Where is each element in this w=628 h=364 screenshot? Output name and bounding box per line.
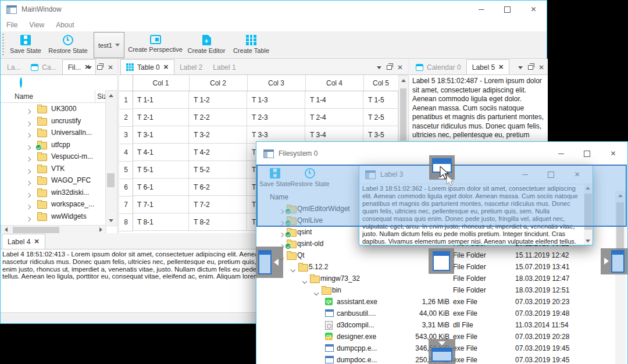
table-cell[interactable]: T 1-5 — [363, 91, 398, 109]
close-panel-icon[interactable]: ✕ — [538, 63, 544, 72]
table-cell[interactable]: T 4-2 — [189, 144, 247, 161]
scroll-right-icon[interactable] — [99, 227, 102, 232]
table-cell[interactable]: T 5-2 — [189, 161, 247, 179]
table-cell[interactable]: T 3-2 — [189, 126, 247, 144]
tab-menu-icon[interactable] — [87, 66, 92, 69]
table-cell[interactable]: T 2-5 — [363, 109, 398, 126]
table-cell[interactable]: T 3-1 — [133, 126, 189, 144]
table-cell[interactable]: T 2-4 — [305, 109, 363, 126]
chevron-down-icon[interactable] — [291, 265, 295, 273]
scroll-thumb[interactable] — [400, 88, 406, 141]
scroll-down-icon[interactable] — [586, 240, 590, 242]
table-cell[interactable]: T 6-1 — [133, 179, 189, 196]
tree-item[interactable]: uncrustify — [1, 115, 105, 127]
tree-item[interactable]: VTK — [1, 163, 105, 174]
scroll-thumb[interactable] — [107, 173, 115, 187]
tree-item[interactable]: utfcpp — [1, 139, 105, 151]
tab-ca[interactable]: Ca... — [26, 60, 62, 74]
tree-item[interactable]: workspace_... — [1, 198, 105, 210]
scroll-up-icon[interactable] — [109, 94, 113, 97]
file-name: assistant.exe — [337, 298, 377, 306]
perspective-dropdown[interactable]: test1 — [94, 32, 124, 58]
close-panel-icon[interactable]: ✕ — [108, 63, 113, 72]
chevron-right-icon — [26, 109, 31, 114]
menu-item-file[interactable]: File — [1, 21, 23, 29]
tab-la[interactable]: La... — [2, 60, 26, 74]
tab-menu-icon[interactable] — [377, 66, 381, 69]
tab-label2[interactable]: Label 2 — [174, 60, 208, 74]
table-cell[interactable]: T 1-4 — [305, 91, 363, 109]
minimize-button[interactable] — [468, 1, 494, 18]
tree-header[interactable]: Name Siz — [1, 90, 105, 103]
close-tab-icon[interactable]: ✕ — [498, 63, 504, 71]
save-state-button[interactable]: Save State — [6, 35, 45, 54]
tab-menu-icon[interactable] — [518, 66, 523, 69]
tab-table0[interactable]: Table 0✕ — [120, 59, 174, 74]
table-column-header[interactable]: Col 3 — [247, 75, 306, 91]
create-perspective-button[interactable]: Create Perspective — [127, 35, 183, 53]
table-cell[interactable]: T 6-2 — [189, 179, 247, 196]
tree-item[interactable]: UK3000 — [1, 103, 105, 115]
file-row[interactable]: Qtassistant.exe1,26 MiBexe File07.03.201… — [256, 296, 615, 308]
table-column-header[interactable]: Col 5 — [363, 75, 399, 91]
table-cell[interactable]: T 5-1 — [133, 161, 189, 179]
table-column-header[interactable]: Col 1 — [133, 75, 190, 91]
menu-item-about[interactable]: About — [50, 21, 80, 29]
tree-item[interactable]: win32diski... — [1, 187, 105, 198]
drop-indicator-left[interactable] — [256, 247, 283, 278]
create-table-button[interactable]: Create Table — [231, 35, 272, 54]
table-column-header[interactable]: Col 4 — [305, 75, 364, 91]
close-tab-icon[interactable]: ✕ — [163, 63, 169, 71]
table-cell[interactable]: T 2-3 — [247, 109, 305, 126]
table-cell[interactable]: T 8-2 — [189, 213, 247, 231]
table-cell[interactable]: T 4-1 — [133, 144, 189, 161]
table-cell[interactable]: T 8-1 — [133, 213, 189, 231]
drop-indicator-center[interactable] — [429, 248, 454, 274]
table-cell[interactable]: T 1-3 — [247, 91, 305, 109]
vertical-scrollbar[interactable] — [105, 90, 117, 226]
scroll-thumb[interactable] — [13, 227, 59, 233]
table-cell[interactable]: T 2-1 — [133, 109, 189, 126]
file-date: 07.03.2019 20:28 — [515, 333, 569, 341]
tree-item[interactable]: UniversalIn... — [1, 127, 105, 138]
file-row[interactable]: binFile Folder18.03.2019 12:51 — [256, 284, 615, 296]
chevron-right-icon[interactable] — [280, 230, 283, 238]
chevron-down-icon[interactable] — [303, 277, 306, 285]
scroll-down-icon[interactable] — [109, 219, 113, 222]
drop-indicator-bottom[interactable] — [429, 339, 455, 364]
table-cell[interactable]: T 1-2 — [189, 91, 247, 109]
restore-state-button[interactable]: Restore State — [46, 35, 90, 54]
calendar-icon — [31, 64, 38, 71]
table-cell[interactable]: T 2-2 — [189, 109, 247, 126]
tree-item[interactable]: WAGO_PFC — [1, 174, 105, 186]
scroll-left-icon[interactable] — [5, 227, 8, 232]
tree-item[interactable]: Vespucci-m... — [1, 151, 105, 162]
tab-label4[interactable]: Label 4 ✕ — [2, 234, 45, 249]
float-panel-icon[interactable] — [528, 65, 533, 70]
tree-item[interactable]: wwWidgets — [1, 210, 105, 222]
file-row[interactable]: canbusutil....44,00 KiBexe File07.03.201… — [256, 308, 615, 319]
tab-calendar0[interactable]: Calendar 0 — [411, 60, 466, 74]
close-tab-icon[interactable]: ✕ — [34, 238, 39, 245]
maximize-button[interactable] — [494, 1, 520, 18]
float-panel-icon[interactable] — [97, 65, 102, 70]
table-cell[interactable]: T 1-1 — [133, 91, 189, 109]
float-panel-icon[interactable] — [387, 65, 392, 70]
drop-indicator-right[interactable] — [601, 248, 627, 274]
tab-label5[interactable]: Label 5✕ — [466, 59, 510, 74]
table-cell[interactable]: T 7-2 — [189, 196, 247, 213]
scroll-up-icon[interactable] — [401, 79, 406, 82]
tab-label1[interactable]: Label 1 — [208, 60, 241, 74]
table-cell[interactable]: T 7-1 — [133, 196, 189, 213]
close-panel-icon[interactable]: ✕ — [397, 63, 403, 72]
main-titlebar[interactable]: MainWindow ✕ — [1, 1, 547, 18]
menu-item-view[interactable]: View — [23, 21, 50, 29]
create-editor-button[interactable]: Create Editor — [187, 35, 226, 54]
toolbar-handle[interactable] — [2, 34, 4, 56]
restore-clock-icon[interactable] — [20, 77, 22, 88]
file-row[interactable]: mingw73_32File Folder18.03.2019 12:47 — [256, 273, 615, 284]
chevron-down-icon[interactable] — [315, 288, 318, 297]
file-row[interactable]: d3dcompil...3,31 MiBdll File11.03.2014 1… — [256, 319, 615, 331]
table-column-header[interactable]: Col 2 — [189, 75, 248, 91]
close-button[interactable]: ✕ — [520, 1, 547, 18]
